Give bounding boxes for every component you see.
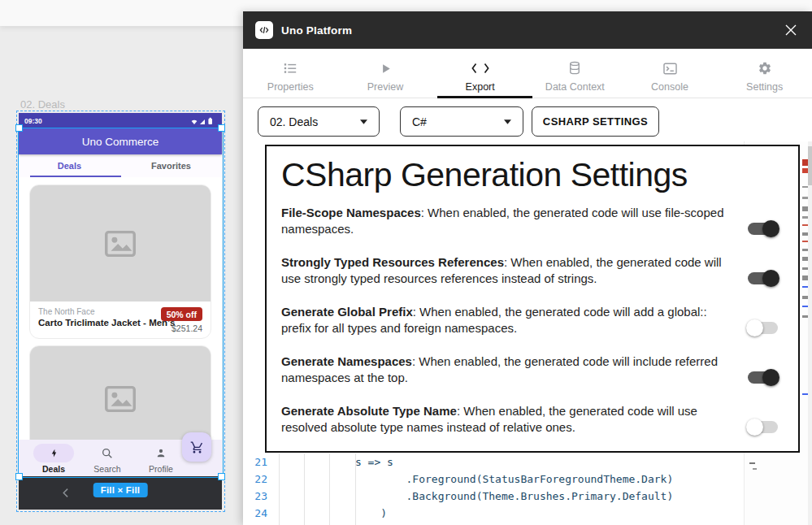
phone-tab-deals[interactable]: Deals	[19, 154, 120, 177]
android-nav-bar: Fill × Fill	[19, 476, 222, 510]
selection-handle-bottom-left[interactable]	[15, 473, 23, 480]
product-card[interactable]: The North Face Carto Triclimate Jacket -…	[29, 184, 211, 339]
modal-title: CSharp Generation Settings	[281, 156, 780, 194]
toggle-file-scope-namespaces[interactable]	[748, 223, 778, 235]
uno-platform-panel: Uno Platform Properties Preview	[243, 11, 812, 525]
terminal-icon	[662, 60, 678, 76]
selection-handle-top-right[interactable]	[218, 124, 225, 132]
code-line: 22 .Foreground(StatusBarForegroundTheme.…	[243, 471, 744, 488]
size-badge: Fill × Fill	[93, 483, 148, 497]
image-icon	[98, 380, 142, 418]
setting-generate-global-prefix: Generate Global Prefix: When enabled, th…	[281, 304, 780, 336]
phone-tab-favorites[interactable]: Favorites	[120, 154, 222, 177]
list-icon	[283, 60, 297, 76]
chevron-down-icon	[360, 119, 367, 124]
signal-icon	[200, 119, 205, 124]
tab-export[interactable]: Export	[432, 49, 528, 98]
chevron-down-icon	[504, 119, 511, 124]
product-name: Carto Triclimate Jacket - Men's	[38, 318, 161, 328]
code-editor[interactable]: 21 s => s 22 .Foreground(StatusBarForegr…	[243, 453, 744, 525]
csharp-settings-modal: CSharp Generation Settings File-Scope Na…	[265, 145, 800, 453]
language-select[interactable]: C#	[400, 106, 523, 137]
code-line: 24 )	[243, 505, 744, 522]
status-time: 09:30	[24, 117, 42, 125]
tab-data-context[interactable]: Data Context	[528, 49, 623, 98]
nav-item-deals[interactable]: Deals	[27, 440, 80, 476]
cart-fab[interactable]	[182, 432, 211, 462]
app-title: Uno Commerce	[82, 136, 159, 148]
scrollbar[interactable]	[808, 141, 812, 525]
tab-preview[interactable]: Preview	[338, 49, 433, 98]
database-icon	[567, 60, 582, 76]
nav-active-pill	[33, 444, 74, 462]
code-slash-icon	[255, 21, 273, 39]
frame-label[interactable]: 02. Deals	[20, 98, 65, 111]
product-brand: The North Face	[38, 307, 161, 316]
code-line: 25 Resources	[243, 522, 744, 525]
setting-generate-namespaces: Generate Namespaces: When enabled, the g…	[281, 354, 780, 386]
phone-content: The North Face Carto Triclimate Jacket -…	[19, 177, 222, 440]
tab-properties[interactable]: Properties	[243, 49, 338, 98]
phone-tab-bar: Deals Favorites	[19, 154, 222, 177]
chevron-left-icon[interactable]	[61, 487, 72, 501]
lightning-icon	[49, 448, 59, 458]
phone-frame[interactable]: 09:30 Uno Commerce Deals Favorites	[19, 113, 222, 476]
panel-title-bar: Uno Platform	[243, 11, 812, 49]
selection-handle-top-left[interactable]	[15, 124, 23, 132]
phone-app-bar: Uno Commerce	[19, 128, 222, 154]
nav-item-search[interactable]: Search	[80, 440, 134, 476]
toggle-generate-global-prefix[interactable]	[748, 322, 778, 334]
scrollbar-thumb[interactable]	[808, 146, 812, 185]
toggle-generate-namespaces[interactable]	[748, 371, 778, 384]
panel-title: Uno Platform	[281, 24, 352, 37]
tab-console[interactable]: Console	[623, 49, 718, 98]
setting-generate-absolute-type-name: Generate Absolute Type Name: When enable…	[281, 403, 780, 436]
code-line: 23 .Background(Theme.Brushes.Primary.Def…	[243, 488, 744, 505]
product-price: $251.24	[172, 323, 202, 333]
code-brackets-icon	[471, 60, 489, 76]
toggle-generate-absolute-type-name[interactable]	[748, 421, 778, 433]
csharp-settings-button[interactable]: CSHARP SETTINGS	[532, 106, 659, 137]
image-icon	[98, 225, 142, 262]
product-info: The North Face Carto Triclimate Jacket -…	[30, 302, 211, 339]
code-line: 21 s => s	[243, 453, 744, 471]
image-placeholder	[30, 185, 211, 302]
setting-file-scope-namespaces: File-Scope Namespaces: When enabled, the…	[281, 205, 780, 237]
nav-item-profile[interactable]: Profile	[134, 440, 188, 476]
search-icon	[101, 447, 114, 460]
wifi-icon	[192, 119, 198, 124]
status-icons	[190, 117, 216, 125]
active-tab-underline	[437, 96, 532, 98]
setting-strongly-typed-resources: Strongly Typed Resources References: Whe…	[281, 254, 780, 287]
gear-icon	[758, 60, 772, 76]
discount-badge: 50% off	[161, 307, 202, 321]
panel-tabs: Properties Preview Export	[243, 49, 812, 98]
figma-canvas: 02. Deals 09:30 Uno Commerce Deals Favor…	[0, 0, 812, 525]
selection-handle-bottom-right[interactable]	[218, 473, 225, 480]
close-icon[interactable]	[782, 21, 800, 39]
cart-icon	[190, 440, 204, 454]
battery-icon	[208, 117, 212, 124]
tab-settings[interactable]: Settings	[717, 49, 812, 98]
play-icon	[380, 60, 392, 76]
person-icon	[154, 447, 167, 460]
toggle-strongly-typed-resources[interactable]	[748, 272, 778, 284]
phone-status-bar: 09:30	[19, 113, 222, 128]
screen-select[interactable]: 02. Deals	[258, 106, 380, 137]
